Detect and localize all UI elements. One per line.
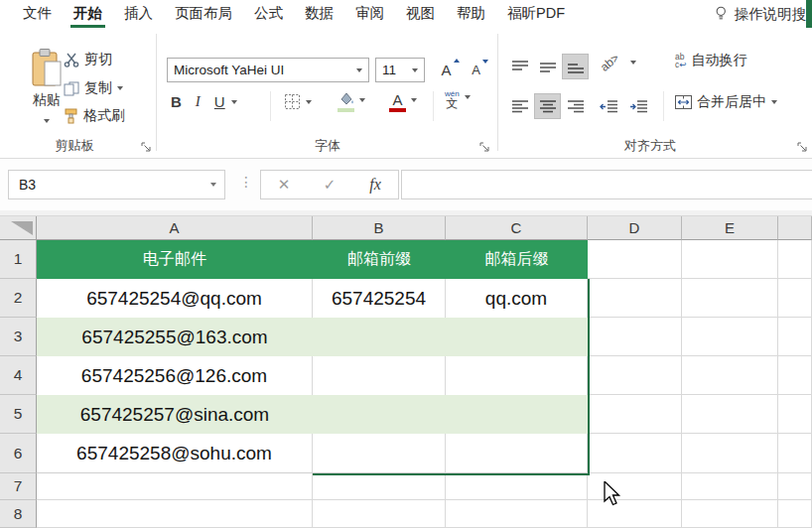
cell-A2[interactable]: 657425254@qq.com [37, 279, 313, 318]
cell-E6[interactable] [682, 434, 778, 473]
column-header-partial[interactable] [778, 216, 812, 240]
borders-dropdown-caret[interactable] [306, 100, 312, 104]
cell-F5[interactable] [778, 395, 812, 434]
cell-B7[interactable] [313, 473, 446, 500]
font-dialog-launcher-icon[interactable] [479, 139, 490, 157]
menu-tab-审阅[interactable]: 审阅 [344, 0, 395, 28]
cell-A7[interactable] [37, 473, 313, 500]
menu-tab-公式[interactable]: 公式 [243, 0, 294, 28]
cell-E3[interactable] [682, 318, 778, 356]
menu-tab-帮助[interactable]: 帮助 [446, 0, 496, 28]
borders-button[interactable] [284, 93, 312, 110]
cell-C3[interactable] [446, 318, 588, 356]
wrap-text-button[interactable]: abc↩ 自动换行 [675, 52, 746, 69]
cut-button[interactable]: 剪切 [64, 51, 112, 68]
cell-C4[interactable] [446, 356, 588, 395]
copy-dropdown-caret[interactable] [117, 86, 123, 90]
column-header-D[interactable]: D [588, 216, 682, 240]
orientation-caret[interactable] [630, 61, 636, 65]
cell-E5[interactable] [682, 395, 778, 434]
cell-A1[interactable]: 电子邮件 [37, 240, 313, 279]
row-header-7[interactable]: 7 [0, 473, 37, 500]
bold-button[interactable]: B [171, 93, 182, 110]
phonetic-dropdown-caret[interactable] [465, 95, 471, 99]
decrease-indent-button[interactable] [596, 93, 622, 119]
row-header-3[interactable]: 3 [0, 318, 37, 356]
merge-center-caret[interactable] [771, 100, 777, 104]
merge-center-button[interactable]: 合并后居中 [675, 93, 777, 111]
cell-B1[interactable]: 邮箱前缀 [313, 240, 446, 279]
cell-C1[interactable]: 邮箱后缀 [446, 240, 588, 279]
enter-button[interactable]: ✓ [307, 176, 352, 194]
cell-A5[interactable]: 657425257@sina.com [37, 395, 313, 434]
cell-A6[interactable]: 657425258@sohu.com [37, 434, 313, 473]
cell-E4[interactable] [682, 356, 778, 395]
alignment-dialog-launcher-icon[interactable] [797, 139, 808, 157]
cell-D6[interactable] [588, 434, 682, 473]
paste-dropdown-caret[interactable] [44, 119, 50, 123]
cell-D5[interactable] [588, 395, 682, 434]
cell-A4[interactable]: 657425256@126.com [37, 356, 313, 395]
cell-B5[interactable] [313, 395, 446, 434]
column-header-B[interactable]: B [313, 216, 446, 240]
font-color-button[interactable]: A [389, 91, 417, 108]
cell-F1[interactable] [778, 240, 812, 279]
font-family-combobox[interactable]: Microsoft YaHei UI [167, 58, 369, 82]
column-header-E[interactable]: E [682, 216, 778, 240]
fill-color-caret[interactable] [359, 98, 365, 102]
row-header-1[interactable]: 1 [0, 240, 37, 279]
font-color-caret[interactable] [411, 98, 417, 102]
cell-F3[interactable] [778, 318, 812, 356]
align-right-button[interactable] [562, 93, 589, 119]
row-header-6[interactable]: 6 [0, 434, 37, 473]
menu-tab-视图[interactable]: 视图 [395, 0, 446, 28]
cell-A3[interactable]: 657425255@163.com [37, 318, 313, 356]
cell-E8[interactable] [682, 500, 778, 528]
bottom-align-button[interactable] [562, 54, 589, 79]
cell-D2[interactable] [588, 279, 682, 318]
insert-function-button[interactable]: fx [352, 176, 398, 194]
cell-E7[interactable] [682, 473, 778, 500]
cell-B2[interactable]: 657425254 [313, 279, 446, 318]
cell-A8[interactable] [37, 500, 313, 528]
format-painter-button[interactable]: 格式刷 [64, 107, 125, 125]
italic-button[interactable]: I [196, 93, 201, 110]
underline-dropdown-caret[interactable] [231, 100, 237, 104]
increase-font-size-button[interactable]: A [433, 57, 460, 82]
name-box-caret[interactable] [210, 183, 216, 187]
menu-tab-插入[interactable]: 插入 [113, 0, 164, 28]
cell-F8[interactable] [778, 500, 812, 528]
cell-C5[interactable] [446, 395, 588, 434]
cell-D3[interactable] [588, 318, 682, 356]
cell-F2[interactable] [778, 279, 812, 318]
select-all-corner[interactable] [0, 216, 37, 240]
tell-me-search[interactable]: 操作说明搜 [715, 0, 806, 28]
font-size-caret[interactable] [412, 68, 418, 72]
copy-button[interactable]: 复制 [64, 79, 123, 97]
menu-tab-页面布局[interactable]: 页面布局 [164, 0, 243, 28]
cell-D8[interactable] [588, 500, 682, 528]
cell-D1[interactable] [588, 240, 682, 279]
row-header-4[interactable]: 4 [0, 356, 37, 395]
center-align-button[interactable] [534, 93, 561, 119]
column-header-A[interactable]: A [37, 216, 313, 240]
increase-indent-button[interactable] [625, 93, 652, 119]
clipboard-dialog-launcher-icon[interactable] [141, 139, 152, 157]
menu-tab-福昕PDF[interactable]: 福昕PDF [496, 0, 576, 28]
row-header-8[interactable]: 8 [0, 500, 37, 528]
cancel-button[interactable]: ✕ [261, 176, 307, 194]
menu-tab-开始[interactable]: 开始 [63, 0, 113, 28]
cell-E2[interactable] [682, 279, 778, 318]
font-family-caret[interactable] [356, 68, 362, 72]
decrease-font-size-button[interactable]: A [463, 57, 489, 82]
menu-tab-文件[interactable]: 文件 [12, 0, 63, 28]
top-align-button[interactable] [506, 54, 533, 79]
cell-D4[interactable] [588, 356, 682, 395]
phonetic-guide-button[interactable]: wén 文 [445, 87, 471, 107]
middle-align-button[interactable] [534, 54, 561, 79]
column-header-C[interactable]: C [446, 216, 588, 240]
cell-E1[interactable] [682, 240, 778, 279]
row-header-5[interactable]: 5 [0, 395, 37, 434]
menu-tab-数据[interactable]: 数据 [294, 0, 344, 28]
cell-F7[interactable] [778, 473, 812, 500]
